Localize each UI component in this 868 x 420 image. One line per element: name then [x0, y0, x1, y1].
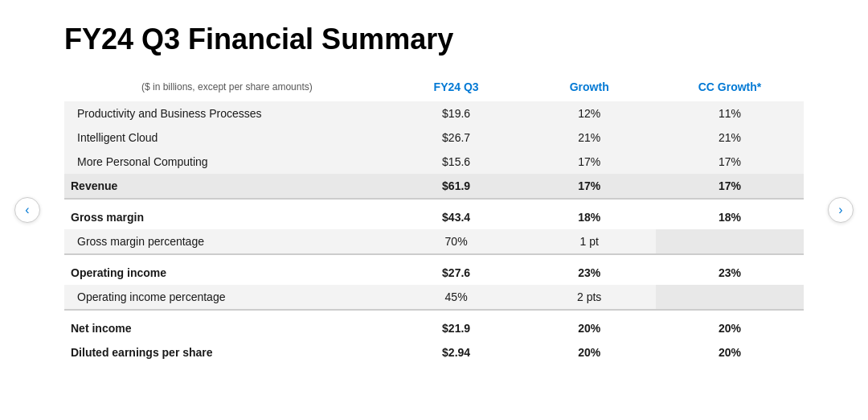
- prev-button[interactable]: ‹: [14, 197, 40, 223]
- operating-income-pct-row: Operating income percentage 45% 2 pts: [64, 285, 804, 310]
- row-label: Productivity and Business Processes: [64, 101, 390, 126]
- row-cc: 21%: [656, 126, 804, 150]
- gross-margin-label: Gross margin: [64, 199, 390, 229]
- row-growth: 17%: [522, 150, 656, 174]
- row-cc: 17%: [656, 150, 804, 174]
- gross-margin-pct-cc: [656, 229, 804, 254]
- row-growth: 21%: [522, 126, 656, 150]
- revenue-cc: 17%: [656, 174, 804, 199]
- row-label: More Personal Computing: [64, 150, 390, 174]
- gross-margin-pct-q3: 70%: [390, 229, 523, 254]
- diluted-eps-row: Diluted earnings per share $2.94 20% 20%: [64, 340, 804, 364]
- page-title: FY24 Q3 Financial Summary: [64, 23, 804, 56]
- row-q3: $15.6: [390, 150, 523, 174]
- diluted-eps-q3: $2.94: [390, 340, 523, 364]
- operating-income-pct-q3: 45%: [390, 285, 523, 310]
- net-income-q3: $21.9: [390, 310, 523, 340]
- row-growth: 12%: [522, 101, 656, 126]
- operating-income-pct-label: Operating income percentage: [64, 285, 390, 310]
- row-label: Intelligent Cloud: [64, 126, 390, 150]
- net-income-row: Net income $21.9 20% 20%: [64, 310, 804, 340]
- gross-margin-pct-growth: 1 pt: [522, 229, 656, 254]
- diluted-eps-growth: 20%: [522, 340, 656, 364]
- gross-margin-row: Gross margin $43.4 18% 18%: [64, 199, 804, 229]
- operating-income-label: Operating income: [64, 254, 390, 285]
- table-row: Intelligent Cloud $26.7 21% 21%: [64, 126, 804, 150]
- col-header-growth: Growth: [522, 76, 656, 101]
- revenue-row: Revenue $61.9 17% 17%: [64, 174, 804, 199]
- revenue-growth: 17%: [522, 174, 656, 199]
- operating-income-pct-cc: [656, 285, 804, 310]
- table-row: Productivity and Business Processes $19.…: [64, 101, 804, 126]
- revenue-label: Revenue: [64, 174, 390, 199]
- financial-summary-container: FY24 Q3 Financial Summary ($ in billions…: [0, 0, 868, 420]
- net-income-growth: 20%: [522, 310, 656, 340]
- diluted-eps-cc: 20%: [656, 340, 804, 364]
- gross-margin-growth: 18%: [522, 199, 656, 229]
- gross-margin-pct-label: Gross margin percentage: [64, 229, 390, 254]
- revenue-q3: $61.9: [390, 174, 523, 199]
- diluted-eps-label: Diluted earnings per share: [64, 340, 390, 364]
- row-q3: $26.7: [390, 126, 523, 150]
- net-income-label: Net income: [64, 310, 390, 340]
- operating-income-q3: $27.6: [390, 254, 523, 285]
- net-income-cc: 20%: [656, 310, 804, 340]
- gross-margin-pct-row: Gross margin percentage 70% 1 pt: [64, 229, 804, 254]
- operating-income-pct-growth: 2 pts: [522, 285, 656, 310]
- next-button[interactable]: ›: [828, 197, 854, 223]
- operating-income-row: Operating income $27.6 23% 23%: [64, 254, 804, 285]
- col-header-label: ($ in billions, except per share amounts…: [64, 76, 390, 101]
- table-row: More Personal Computing $15.6 17% 17%: [64, 150, 804, 174]
- financial-table: ($ in billions, except per share amounts…: [64, 76, 804, 364]
- gross-margin-q3: $43.4: [390, 199, 523, 229]
- col-header-cc: CC Growth*: [656, 76, 804, 101]
- gross-margin-cc: 18%: [656, 199, 804, 229]
- row-q3: $19.6: [390, 101, 523, 126]
- operating-income-cc: 23%: [656, 254, 804, 285]
- operating-income-growth: 23%: [522, 254, 656, 285]
- col-header-q3: FY24 Q3: [390, 76, 523, 101]
- row-cc: 11%: [656, 101, 804, 126]
